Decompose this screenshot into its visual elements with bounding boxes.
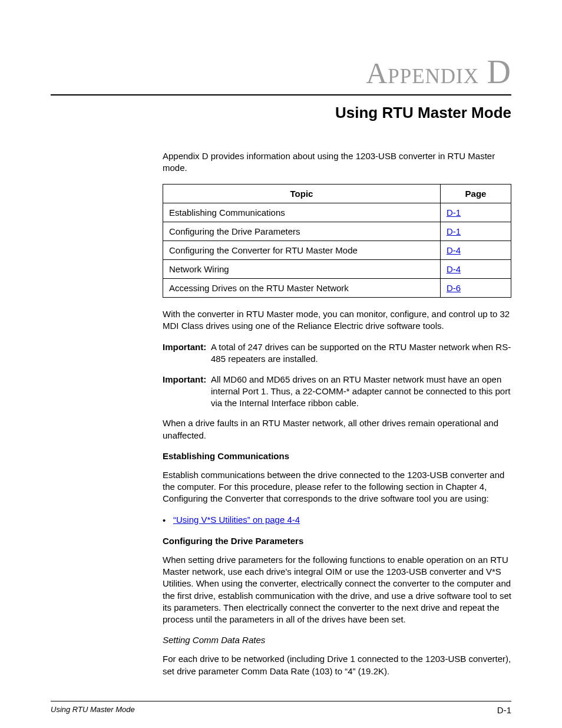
table-row: Establishing Communications D-1 xyxy=(163,203,511,222)
toc-topic: Establishing Communications xyxy=(163,203,441,222)
important-label: Important: xyxy=(163,374,211,410)
toc-head-page: Page xyxy=(441,184,511,203)
bullet-icon: • xyxy=(163,515,173,526)
important-note-1: Important: A total of 247 drives can be … xyxy=(163,341,511,365)
table-row: Network Wiring D-4 xyxy=(163,259,511,278)
establishing-body: Establish communications between the dri… xyxy=(163,469,511,505)
fault-paragraph: When a drive faults in an RTU Master net… xyxy=(163,417,511,442)
paragraph-after-toc: With the converter in RTU Master mode, y… xyxy=(163,308,511,332)
intro-paragraph: Appendix D provides information about us… xyxy=(163,150,511,174)
toc-page-link[interactable]: D-6 xyxy=(447,283,461,293)
toc-topic: Network Wiring xyxy=(163,259,441,278)
toc-topic: Configuring the Drive Parameters xyxy=(163,222,441,241)
important-note-2: Important: All MD60 and MD65 drives on a… xyxy=(163,374,511,410)
toc-head-topic: Topic xyxy=(163,184,441,203)
page-footer: Using RTU Master Mode D-1 xyxy=(51,701,511,715)
rates-body: For each drive to be networked (includin… xyxy=(163,653,511,677)
toc-table: Topic Page Establishing Communications D… xyxy=(163,184,511,298)
configuring-body: When setting drive parameters for the fo… xyxy=(163,554,511,626)
section-heading-configuring: Configuring the Drive Parameters xyxy=(163,536,511,546)
footer-rule xyxy=(51,701,511,701)
toc-page-link[interactable]: D-4 xyxy=(447,264,461,274)
bullet-item: • “Using V*S Utilities” on page 4-4 xyxy=(163,515,511,526)
vs-utilities-link[interactable]: “Using V*S Utilities” on page 4-4 xyxy=(173,515,300,525)
table-row: Accessing Drives on the RTU Master Netwo… xyxy=(163,278,511,297)
footer-left: Using RTU Master Mode xyxy=(51,705,135,715)
table-row: Configuring the Drive Parameters D-1 xyxy=(163,222,511,241)
toc-page-link[interactable]: D-4 xyxy=(447,245,461,255)
toc-topic: Accessing Drives on the RTU Master Netwo… xyxy=(163,278,441,297)
table-row: Configuring the Converter for RTU Master… xyxy=(163,241,511,259)
important-text: All MD60 and MD65 drives on an RTU Maste… xyxy=(211,374,511,410)
appendix-word: Appendix xyxy=(366,57,479,90)
toc-page-link[interactable]: D-1 xyxy=(447,207,461,218)
appendix-title: Appendix D xyxy=(51,53,511,91)
important-label: Important: xyxy=(163,341,211,365)
section-heading-establishing: Establishing Communications xyxy=(163,451,511,461)
subsection-heading-rates: Setting Comm Data Rates xyxy=(163,635,511,645)
title-rule xyxy=(51,94,511,95)
content-area: Appendix D provides information about us… xyxy=(163,150,511,677)
page-subtitle: Using RTU Master Mode xyxy=(51,104,511,122)
toc-topic: Configuring the Converter for RTU Master… xyxy=(163,241,441,259)
toc-page-link[interactable]: D-1 xyxy=(447,226,461,236)
appendix-letter: D xyxy=(487,54,511,90)
footer-page-number: D-1 xyxy=(497,705,511,715)
important-text: A total of 247 drives can be supported o… xyxy=(211,341,511,365)
